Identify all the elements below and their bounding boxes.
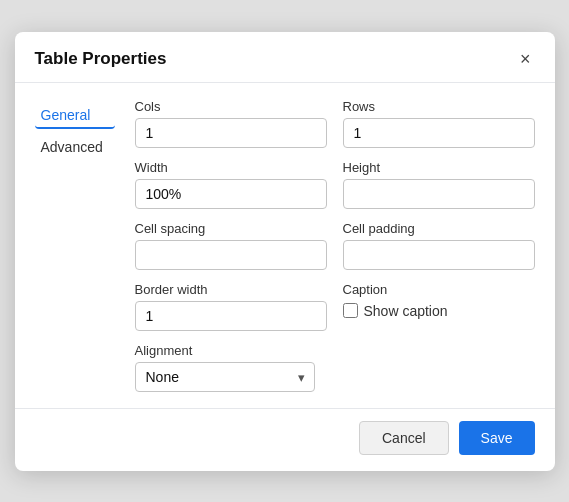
dialog-body: General Advanced Cols Rows [15, 83, 555, 408]
cell-spacing-input[interactable] [135, 240, 327, 270]
close-button[interactable]: × [516, 48, 535, 70]
cell-padding-group: Cell padding [343, 221, 535, 270]
alignment-select-wrapper: None Left Center Right ▾ [135, 362, 315, 392]
cancel-button[interactable]: Cancel [359, 421, 449, 455]
cell-spacing-group: Cell spacing [135, 221, 327, 270]
save-button[interactable]: Save [459, 421, 535, 455]
border-width-group: Border width [135, 282, 327, 331]
width-label: Width [135, 160, 327, 175]
rows-label: Rows [343, 99, 535, 114]
border-caption-row: Border width Caption Show caption [135, 282, 535, 331]
dialog-title: Table Properties [35, 49, 167, 69]
height-label: Height [343, 160, 535, 175]
caption-label: Caption [343, 282, 535, 297]
show-caption-row: Show caption [343, 303, 535, 319]
alignment-select[interactable]: None Left Center Right [135, 362, 315, 392]
cols-rows-row: Cols Rows [135, 99, 535, 148]
caption-group: Caption Show caption [343, 282, 535, 331]
width-group: Width [135, 160, 327, 209]
alignment-group: Alignment None Left Center Right ▾ [135, 343, 535, 392]
show-caption-checkbox[interactable] [343, 303, 358, 318]
sidebar-item-advanced[interactable]: Advanced [35, 135, 115, 159]
cols-group: Cols [135, 99, 327, 148]
cell-padding-label: Cell padding [343, 221, 535, 236]
width-input[interactable] [135, 179, 327, 209]
height-group: Height [343, 160, 535, 209]
sidebar: General Advanced [35, 99, 115, 392]
alignment-label: Alignment [135, 343, 535, 358]
dialog-header: Table Properties × [15, 32, 555, 83]
border-width-label: Border width [135, 282, 327, 297]
border-width-input[interactable] [135, 301, 327, 331]
rows-group: Rows [343, 99, 535, 148]
width-height-row: Width Height [135, 160, 535, 209]
dialog-footer: Cancel Save [15, 408, 555, 471]
form-area: Cols Rows Width Height [135, 99, 535, 392]
cellspacing-cellpadding-row: Cell spacing Cell padding [135, 221, 535, 270]
cols-label: Cols [135, 99, 327, 114]
cell-spacing-label: Cell spacing [135, 221, 327, 236]
sidebar-item-general[interactable]: General [35, 103, 115, 129]
height-input[interactable] [343, 179, 535, 209]
table-properties-dialog: Table Properties × General Advanced Cols… [15, 32, 555, 471]
alignment-row: Alignment None Left Center Right ▾ [135, 343, 535, 392]
rows-input[interactable] [343, 118, 535, 148]
show-caption-label[interactable]: Show caption [364, 303, 448, 319]
cols-input[interactable] [135, 118, 327, 148]
cell-padding-input[interactable] [343, 240, 535, 270]
